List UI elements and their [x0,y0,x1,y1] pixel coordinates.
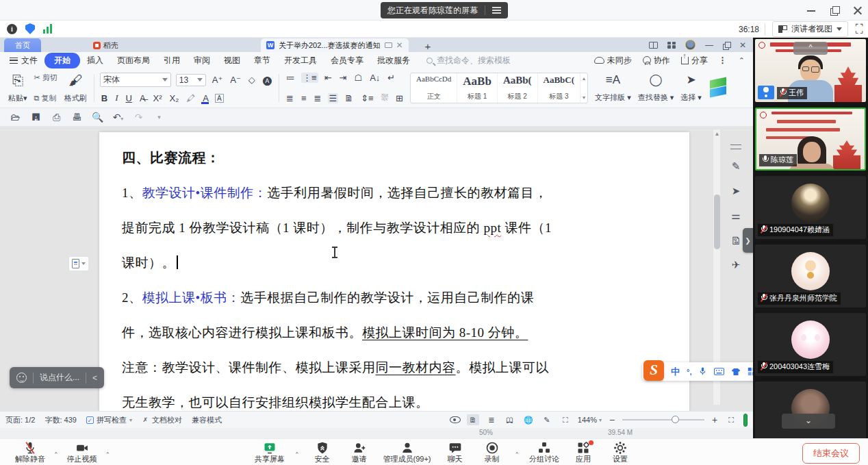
action-collaborate[interactable]: 协作 [643,55,670,66]
menu-view[interactable]: 视图 [217,53,247,68]
restore-button[interactable] [830,5,839,15]
menu-member[interactable]: 会员专享 [324,53,370,68]
zoom-out-button[interactable]: − [608,414,616,425]
fullscreen-icon[interactable] [855,25,864,34]
line-spacing-button[interactable]: ⇕≡ [359,93,374,103]
font-size-select[interactable]: 13 [176,74,206,86]
style-body[interactable]: AaBbCcDd正文 [411,73,457,103]
subscript-button[interactable]: X₂ [168,93,181,103]
font-family-select[interactable]: 宋体 [100,73,171,87]
emoji-icon[interactable] [16,373,27,383]
zoom-slider-knob[interactable] [672,416,679,423]
view-page-icon[interactable]: 🗎 [467,414,479,425]
meeting-btn-settings[interactable]: 设置 [604,440,636,464]
sidebar-scroll-down-button[interactable]: ⌄ [782,414,835,429]
participant-tile-zhang-dandan[interactable]: 张丹丹泉州师范学院 [755,244,866,307]
shading-button[interactable]: ⛆ [380,92,390,103]
print-icon[interactable]: 🖶 [71,112,83,123]
undo-icon[interactable]: ↶▾ [112,112,124,123]
fit-page-icon[interactable]: ⛶ [559,414,572,425]
panel-expand-handle[interactable]: ❯ [743,228,753,253]
action-share[interactable]: 分享 [681,55,708,66]
copy-button[interactable]: ⧉复制 [34,93,58,103]
menu-insert[interactable]: 插入 [80,53,110,68]
meeting-btn-chat[interactable]: 聊天 [439,440,471,464]
ruler-toggle-icon[interactable] [730,144,741,149]
workspace-icon[interactable] [667,42,676,49]
asian-layout-button[interactable]: ☖ [353,73,364,83]
meeting-btn-breakout[interactable]: 分组讨论 [526,440,562,464]
scrollbar-thumb[interactable] [714,194,720,249]
italic-button[interactable]: I [114,92,119,103]
numbering-button[interactable]: ⋮≡ [301,73,318,83]
document-page[interactable]: 四、比赛流程：1、教学设计•课件制作：选手利用暑假时间，选择自己擅长的教材篇目，… [99,132,689,411]
menu-references[interactable]: 引用 [157,53,187,68]
style-heading-2[interactable]: AaBb(标题 2 [498,73,538,103]
cut-button[interactable]: ✂剪切 [34,73,58,83]
text-effects-button[interactable]: 🅐 [261,75,273,86]
action-not-synced[interactable]: 未同步 [594,55,632,66]
navigate-icon[interactable]: ✈ [728,257,743,273]
highlight-button[interactable]: 🖍 [185,93,196,103]
status-spellcheck[interactable]: ✓ 拼写检查 ▾ [86,415,132,425]
menu-home[interactable]: 开始 [44,53,80,68]
find-replace-button[interactable]: ◯查找替换 ▾ [637,71,676,105]
split-window-icon[interactable] [649,42,658,49]
cursor-icon[interactable]: ➤ [728,184,743,199]
save-icon[interactable]: 🖪 [30,112,42,123]
close-button[interactable] [853,5,863,15]
account-avatar[interactable] [685,40,695,50]
grow-font-button[interactable]: A⁺ [211,75,225,85]
open-icon[interactable]: 🗁 [10,112,21,123]
clear-format-button[interactable]: ◇ [247,75,257,85]
chat-overlay[interactable]: 说点什么... < [10,367,104,388]
menu-review[interactable]: 审阅 [187,53,217,68]
bullets-button[interactable]: ≔ [285,73,296,83]
quickbar-more-icon[interactable]: ▾ [153,114,165,121]
margin-widget[interactable] [68,256,89,271]
meeting-btn-apps[interactable]: 应用 [567,440,599,464]
justify-button[interactable]: ☰ [328,93,339,103]
menu-file[interactable]: 文件 [0,55,44,66]
participant-tile-chen-qionglian[interactable]: 陈琼莲 [755,108,866,171]
increase-indent-button[interactable]: ⇥ [338,73,348,83]
zoom-in-button[interactable]: + [711,414,719,425]
menu-proof-service[interactable]: 批改服务 [370,53,417,68]
zoom-slider[interactable] [622,419,704,420]
collapse-ribbon-icon[interactable]: ⌃ [739,56,745,65]
align-center-button[interactable]: ≡ [300,93,308,103]
sidebar-collapse-button[interactable]: ^ [793,42,828,55]
strike-button[interactable]: A̶ [138,93,147,103]
meeting-btn-unmute[interactable]: 解除静音 [12,440,48,464]
meeting-btn-stop-video[interactable]: 停止视频 [64,440,100,464]
menu-page-layout[interactable]: 页面布局 [110,53,157,68]
distribute-button[interactable]: 🗎 [343,93,355,103]
text-layout-button[interactable]: ≡A文字排版 ▾ [593,71,633,105]
borders-button[interactable]: ⊞ [394,93,405,103]
font-color-button[interactable]: A [201,93,210,103]
view-outline-icon[interactable]: ≣ [485,414,498,425]
chat-collapse-button[interactable]: < [92,373,97,383]
meeting-btn-share-screen[interactable]: 共享屏幕 [252,440,288,464]
ime-toolbox-icon[interactable] [748,367,753,376]
chat-input-placeholder[interactable]: 说点什么... [40,372,79,384]
zoom-level[interactable]: 144%▾ [578,416,602,424]
new-tab-button[interactable]: + [421,40,435,52]
meeting-btn-security[interactable]: 安全 [307,440,338,464]
tab-docer[interactable]: 稻壳 [85,38,127,52]
meeting-btn-invite[interactable]: 邀请 [344,440,375,464]
command-search[interactable]: 查找命令、搜索模板 [426,55,529,66]
participant-tile-lian-xuemei[interactable]: 200403043连雪梅 [755,313,866,376]
banner-menu-icon[interactable] [492,7,501,14]
view-book-icon[interactable]: 🕮 [504,414,516,425]
style-gallery-scroll[interactable]: ▴▾ [580,73,587,103]
format-painter-button[interactable]: 🖌 格式刷 [63,71,88,105]
bold-button[interactable]: B [100,93,109,103]
sort-button[interactable]: A↓ [368,73,381,83]
unmute-options-chevron[interactable]: ⌃ [52,451,60,458]
select-button[interactable]: ➤选择 ▾ [679,71,703,105]
view-web-icon[interactable]: 🌐 [522,414,535,425]
eye-protection-icon[interactable] [450,416,461,423]
minimize-button[interactable] [806,5,816,15]
share-screen-options-chevron[interactable]: ⌃ [293,451,301,458]
